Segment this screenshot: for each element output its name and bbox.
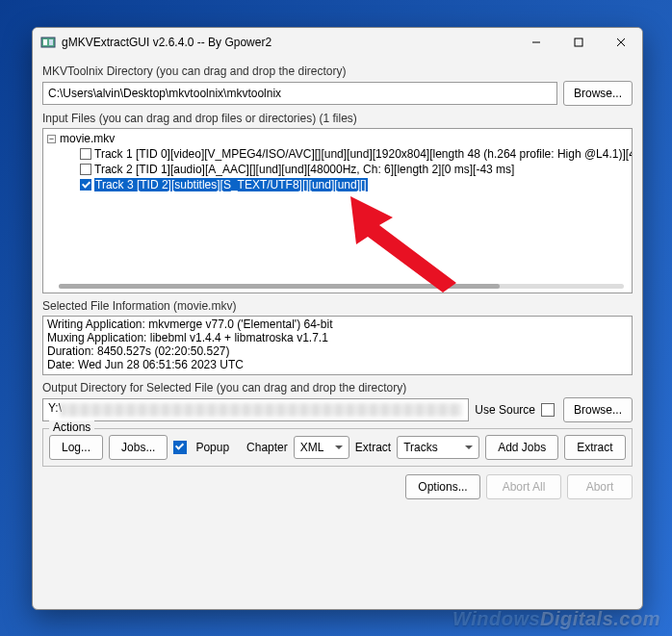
abort-button[interactable]: Abort <box>567 474 633 499</box>
tree-hscrollbar[interactable] <box>59 284 624 289</box>
add-jobs-button[interactable]: Add Jobs <box>485 435 558 460</box>
use-source-label: Use Source <box>475 403 535 417</box>
app-icon <box>40 35 56 50</box>
chapter-select[interactable]: XML <box>294 436 349 459</box>
track-text: Track 1 [TID 0][video][V_MPEG4/ISO/AVC][… <box>94 147 633 161</box>
tree-track[interactable]: Track 1 [TID 0][video][V_MPEG4/ISO/AVC][… <box>47 146 628 162</box>
watermark-brand2: Digitals <box>540 608 613 629</box>
watermark-brand1: Windows <box>452 608 540 629</box>
output-dir-input[interactable]: Y:\ <box>42 398 469 421</box>
selected-info-group: Selected File Information (movie.mkv) Wr… <box>42 299 633 375</box>
watermark: WindowsDigitals.com <box>452 608 660 630</box>
minimize-button[interactable] <box>515 28 557 57</box>
window-title: gMKVExtractGUI v2.6.4.0 -- By Gpower2 <box>62 36 271 49</box>
output-browse-button[interactable]: Browse... <box>563 397 633 422</box>
tree-root-label: movie.mkv <box>60 132 115 145</box>
popup-checkbox[interactable] <box>173 441 187 454</box>
options-button[interactable]: Options... <box>405 474 480 499</box>
info-line: Muxing Application: libebml v1.4.4 + lib… <box>47 331 628 344</box>
mkvtoolnix-browse-button[interactable]: Browse... <box>563 81 633 106</box>
output-dir-redacted <box>61 403 462 417</box>
output-dir-group: Output Directory for Selected File (you … <box>42 381 633 422</box>
extract-button[interactable]: Extract <box>564 435 625 460</box>
extract-mode-label: Extract <box>355 441 391 454</box>
window-content: MKVToolnix Directory (you can drag and d… <box>33 57 642 507</box>
input-files-group: Input Files (you can drag and drop files… <box>42 112 633 293</box>
track-checkbox[interactable] <box>80 148 91 160</box>
log-button[interactable]: Log... <box>49 435 103 460</box>
footer-buttons: Options... Abort All Abort <box>42 474 633 499</box>
selected-info-box[interactable]: Writing Application: mkvmerge v77.0 ('El… <box>42 316 633 375</box>
jobs-button[interactable]: Jobs... <box>109 435 168 460</box>
svg-rect-2 <box>49 39 53 45</box>
watermark-suffix: .com <box>613 608 660 629</box>
maximize-button[interactable] <box>557 28 600 57</box>
actions-legend: Actions <box>49 420 94 434</box>
use-source-checkbox[interactable] <box>541 403 555 417</box>
abort-all-button[interactable]: Abort All <box>486 474 561 499</box>
input-files-tree[interactable]: −movie.mkv Track 1 [TID 0][video][V_MPEG… <box>42 128 633 293</box>
close-button[interactable] <box>600 28 642 57</box>
svg-rect-4 <box>575 38 582 46</box>
info-line: Date: Wed Jun 28 06:51:56 2023 UTC <box>47 358 628 371</box>
tree-track[interactable]: Track 3 [TID 2][subtitles][S_TEXT/UTF8][… <box>47 177 628 192</box>
output-dir-prefix: Y:\ <box>48 401 62 415</box>
chapter-label: Chapter <box>246 441 288 454</box>
tree-root[interactable]: −movie.mkv <box>47 131 628 146</box>
tree-track[interactable]: Track 2 [TID 1][audio][A_AAC][][und][und… <box>47 162 628 177</box>
titlebar: gMKVExtractGUI v2.6.4.0 -- By Gpower2 <box>33 28 642 57</box>
svg-rect-1 <box>43 39 47 45</box>
app-window: gMKVExtractGUI v2.6.4.0 -- By Gpower2 MK… <box>32 27 643 610</box>
collapse-icon[interactable]: − <box>47 135 56 143</box>
input-files-label: Input Files (you can drag and drop files… <box>42 112 633 125</box>
output-dir-label: Output Directory for Selected File (you … <box>42 381 633 394</box>
extract-mode-select[interactable]: Tracks <box>397 436 479 459</box>
mkvtoolnix-path-input[interactable]: C:\Users\alvin\Desktop\mkvtoolnix\mkvtoo… <box>42 82 557 105</box>
mkvtoolnix-group: MKVToolnix Directory (you can drag and d… <box>42 64 633 106</box>
selected-info-label: Selected File Information (movie.mkv) <box>42 299 633 313</box>
track-text: Track 2 [TID 1][audio][A_AAC][][und][und… <box>94 163 514 176</box>
popup-label: Popup <box>195 441 229 454</box>
track-checkbox[interactable] <box>80 179 91 191</box>
mkvtoolnix-label: MKVToolnix Directory (you can drag and d… <box>42 64 633 78</box>
scrollbar-thumb[interactable] <box>59 284 500 289</box>
track-checkbox[interactable] <box>80 164 91 175</box>
actions-group: Actions Log... Jobs... Popup Chapter XML… <box>42 428 633 467</box>
info-line: Duration: 8450.527s (02:20:50.527) <box>47 344 628 358</box>
window-controls <box>515 28 642 57</box>
track-text: Track 3 [TID 2][subtitles][S_TEXT/UTF8][… <box>94 178 368 191</box>
info-line: Writing Application: mkvmerge v77.0 ('El… <box>47 318 628 331</box>
